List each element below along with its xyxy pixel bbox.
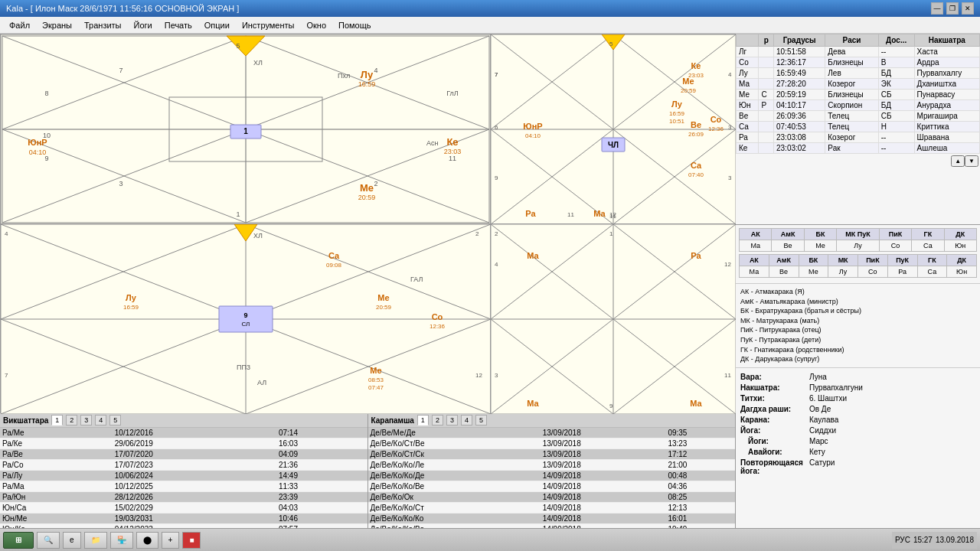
karapamsha-panel: Карапамша 1 2 3 4 5 Де/Ве/Ме/Де13/09/201…	[368, 413, 736, 546]
repeat-yoga-value: Сатури	[809, 458, 835, 475]
dasha-tab-1[interactable]: 1	[51, 415, 63, 425]
dasha-left-row-3: Ра/Со17/07/202321:36	[0, 460, 368, 471]
planet-table-scroll-up[interactable]: ▲	[951, 155, 965, 167]
menu-bar: Файл Экраны Транзиты Йоги Печать Опции И…	[0, 17, 980, 34]
planet-row-6: Ве26:09:36ТелецСБМригашира	[737, 111, 980, 122]
close-button[interactable]: ✕	[962, 2, 974, 15]
karaka-bk: БК	[804, 229, 836, 240]
start-button[interactable]: ⊞	[3, 532, 34, 549]
svg-text:1: 1	[236, 210, 240, 218]
svg-text:04:10: 04:10	[29, 148, 47, 156]
planet-row-0: Лг10:51:58Дева--Хаста	[737, 47, 980, 57]
kara-tab-2[interactable]: 2	[432, 415, 443, 425]
karaka-dk-val: Юн	[944, 240, 976, 252]
menu-help[interactable]: Помощь	[332, 19, 377, 31]
karaka-amk: АмК	[772, 229, 804, 240]
tithi-label: Титхи:	[740, 394, 809, 403]
dasha-left-row-4: Ра/Лу10/06/202414:49	[0, 471, 368, 481]
karaka-gk: ГК	[912, 229, 944, 240]
repeat-yoga-label: Повторяющаяся йога:	[740, 458, 809, 475]
clock-date: 13.09.2018	[936, 536, 974, 544]
dasha-left-row-7: Юн/Са15/02/202904:03	[0, 503, 368, 514]
menu-options[interactable]: Опции	[198, 19, 236, 31]
dasha-right-row-4: Де/Ве/Ко/Ко/Де14/09/201800:48	[368, 471, 736, 481]
svg-text:20:59: 20:59	[376, 304, 392, 311]
col-r: р	[759, 34, 774, 47]
dasha-tab-2[interactable]: 2	[66, 415, 77, 425]
taskbar-search[interactable]: 🔍	[37, 532, 60, 549]
svg-text:ХЛ: ХЛ	[253, 232, 263, 240]
menu-window[interactable]: Окно	[300, 19, 332, 31]
svg-text:16:59: 16:59	[358, 80, 376, 88]
main-area: 5 4 ГлЛ 7 8 9 1 3 1 2 11 10 1	[0, 34, 980, 528]
menu-file[interactable]: Файл	[3, 19, 36, 31]
dasha-tab-5[interactable]: 5	[109, 415, 121, 425]
svg-text:3: 3	[495, 372, 498, 379]
menu-yoga[interactable]: Йоги	[128, 19, 158, 31]
svg-text:3: 3	[728, 124, 732, 131]
karaka-pik-val: Со	[879, 240, 911, 252]
dasha-tab-3[interactable]: 3	[80, 415, 92, 425]
taskbar-edge[interactable]: e	[63, 532, 81, 549]
vimshottara-title-bar: Викшаттара 1 2 3 4 5	[0, 413, 368, 428]
col-nakshatra: Накшатра	[914, 34, 979, 47]
svg-text:8: 8	[44, 90, 48, 97]
kara-tab-5[interactable]: 5	[475, 415, 487, 425]
svg-text:7: 7	[495, 71, 498, 78]
taskbar-red[interactable]: ■	[182, 532, 201, 549]
svg-text:16:59: 16:59	[123, 304, 139, 311]
restore-button[interactable]: ❐	[946, 2, 959, 15]
karana-row: Карана: Каулава	[740, 416, 975, 424]
vara-value: Луна	[809, 373, 827, 381]
svg-text:ГАЛ: ГАЛ	[410, 276, 423, 283]
window-controls: — ❐ ✕	[931, 2, 974, 15]
minimize-button[interactable]: —	[931, 2, 943, 15]
karaka-ak: АК	[740, 229, 772, 240]
svg-text:16:59: 16:59	[669, 110, 685, 117]
bottom-right-svg: 2 1 12 11 3 9 4 Ма Ра Ма Ма	[491, 224, 736, 414]
menu-transits[interactable]: Транзиты	[78, 19, 128, 31]
svg-text:Ма: Ма	[690, 399, 702, 408]
bottom-left-chart: ХЛ Са 09:08 ГАЛ ПП3 Ме 08:53 07:47	[0, 223, 490, 413]
right-panel: р Градусы Раси Дос... Накшатра Лг10:51:5…	[735, 34, 980, 528]
avayogi-label: Авайоги:	[740, 448, 809, 456]
svg-text:Ме: Ме	[377, 293, 389, 302]
svg-text:09:08: 09:08	[326, 262, 342, 269]
svg-text:9: 9	[609, 403, 613, 409]
clock-time: 15:27	[913, 536, 933, 544]
dagdha-value: Ов Де	[809, 405, 831, 413]
taskbar-plus[interactable]: +	[162, 532, 180, 549]
kara-tab-3[interactable]: 3	[446, 415, 458, 425]
svg-text:АЛ: АЛ	[257, 379, 266, 386]
dasha-left-row-8: Юн/Ме19/03/203110:46	[0, 514, 368, 524]
svg-text:Со: Со	[432, 312, 443, 321]
svg-text:07:47: 07:47	[368, 384, 384, 391]
taskbar-store[interactable]: 🏪	[110, 532, 133, 549]
planet-row-4: МеС20:59:19БлизнецыСБПунарвасу	[737, 90, 980, 100]
svg-text:СЛ: СЛ	[242, 321, 250, 328]
svg-text:2: 2	[374, 180, 377, 187]
svg-text:9: 9	[495, 174, 498, 181]
kara-tab-1[interactable]: 1	[417, 415, 429, 425]
menu-print[interactable]: Печать	[158, 19, 198, 31]
svg-text:ЮнР: ЮнР	[28, 138, 47, 147]
taskbar-chrome[interactable]: ⬤	[136, 532, 158, 549]
svg-text:12:36: 12:36	[708, 126, 724, 132]
planet-table-scroll-down[interactable]: ▼	[965, 155, 978, 167]
taskbar-right: РУС 15:27 13.09.2018	[892, 532, 977, 549]
menu-screens[interactable]: Экраны	[36, 19, 78, 31]
info-section: Вара: Луна Накшатра: Пурвапхалгуни Титхи…	[736, 368, 980, 482]
kara-tab-4[interactable]: 4	[461, 415, 472, 425]
taskbar-explorer[interactable]: 📁	[84, 532, 107, 549]
planet-row-1: Со12:36:17БлизнецыВАрдра	[737, 57, 980, 68]
dasha-tab-4[interactable]: 4	[95, 415, 106, 425]
top-right-chart: Ке 23:03 Ке 23:03 Ме 20:59 Лу 16:59 10:5…	[490, 34, 735, 223]
taskbar: ⊞ 🔍 e 📁 🏪 ⬤ + ■ РУС 15:27 13.09.2018	[0, 528, 980, 551]
repeat-yoga-row: Повторяющаяся йога: Сатури	[740, 458, 975, 475]
menu-tools[interactable]: Инструменты	[236, 19, 301, 31]
yoga-label: Йога:	[740, 426, 809, 435]
charts-area: 5 4 ГлЛ 7 8 9 1 3 1 2 11 10 1	[0, 34, 735, 528]
svg-text:10:51: 10:51	[669, 118, 685, 125]
svg-text:4: 4	[495, 261, 498, 268]
svg-text:Са: Са	[691, 161, 702, 170]
